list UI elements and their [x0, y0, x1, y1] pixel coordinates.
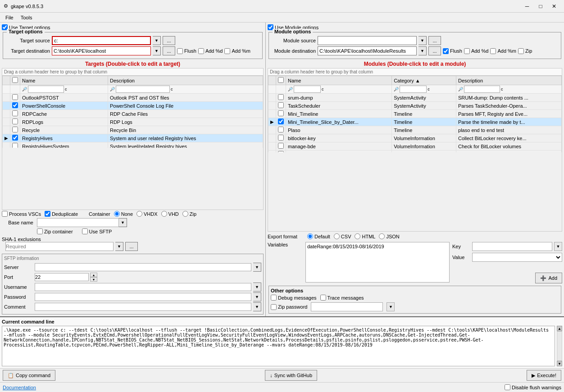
deduplicate-checkbox[interactable] [45, 211, 50, 217]
row-check[interactable] [278, 127, 284, 132]
container-vhdx[interactable]: VHDX [136, 211, 158, 217]
zip-password-input[interactable] [311, 302, 383, 311]
modules-check-all[interactable] [278, 77, 284, 83]
zip-password-dropdown[interactable]: ▼ [387, 302, 395, 311]
module-add-m-label[interactable]: Add %m [490, 48, 516, 54]
username-dropdown[interactable]: ▼ [253, 283, 261, 292]
module-add-d-label[interactable]: Add %d [464, 48, 489, 54]
modules-filter-name[interactable] [294, 86, 321, 93]
add-d-checkbox[interactable] [198, 48, 204, 54]
sha1-browse[interactable]: ... [125, 242, 138, 251]
table-row[interactable]: OutlookPSTOST Outlook PST and OST files [3, 94, 263, 102]
flush-label[interactable]: Flush [177, 48, 196, 54]
module-dest-input[interactable] [318, 46, 417, 55]
server-dropdown[interactable]: ▼ [253, 263, 261, 272]
row-check[interactable] [12, 143, 18, 148]
module-flush-checkbox[interactable] [443, 48, 449, 54]
row-check[interactable] [278, 102, 284, 108]
port-up[interactable]: ▲ [90, 273, 97, 277]
menu-tools[interactable]: Tools [17, 14, 36, 21]
export-default[interactable]: Default [307, 233, 330, 239]
targets-check-all[interactable] [12, 77, 18, 83]
targets-col-check[interactable] [10, 76, 20, 85]
comment-input[interactable] [35, 303, 251, 311]
row-check[interactable] [12, 119, 18, 124]
zip-password-label[interactable]: Zip password [271, 304, 307, 310]
value-select[interactable] [472, 253, 562, 262]
debug-checkbox[interactable] [271, 295, 277, 301]
sha1-input[interactable] [5, 242, 114, 251]
disable-flush-label[interactable]: Disable flush warnings [505, 384, 561, 390]
export-csv[interactable]: CSV [334, 233, 351, 239]
scroll-down[interactable]: ▼ [557, 361, 562, 366]
row-check[interactable] [278, 151, 284, 152]
base-name-dropdown[interactable]: ▼ [119, 218, 127, 227]
use-sftp-label[interactable]: Use SFTP [82, 228, 112, 234]
table-row[interactable]: TaskScheduler SystemActivity Parses Task… [268, 102, 562, 110]
module-dest-dropdown[interactable]: ▼ [418, 46, 427, 55]
target-source-input[interactable] [52, 36, 151, 45]
container-vhd[interactable]: VHD [161, 211, 179, 217]
port-down[interactable]: ▼ [90, 277, 97, 282]
table-row[interactable]: Plaso Timeline plaso end to end test [268, 126, 562, 134]
table-row[interactable]: Recycle Recycle Bin [3, 126, 263, 134]
module-add-m-checkbox[interactable] [490, 48, 496, 54]
table-row[interactable]: RDPCache RDP Cache Files [3, 110, 263, 118]
module-flush-label[interactable]: Flush [443, 48, 462, 54]
targets-col-description[interactable]: Description [108, 76, 263, 85]
module-source-dropdown[interactable]: ▼ [418, 36, 427, 45]
close-button[interactable]: ✕ [548, 2, 560, 11]
flush-checkbox[interactable] [177, 48, 183, 54]
modules-col-description[interactable]: Description [456, 76, 562, 85]
table-row[interactable]: bitlocker-key VolumeInformation Collect … [268, 134, 562, 142]
modules-filter-desc[interactable] [464, 86, 500, 93]
modules-col-name[interactable]: Name [286, 76, 392, 85]
sync-github-button[interactable]: ↓ Sync with GitHub [265, 370, 317, 381]
row-check[interactable] [278, 135, 284, 141]
username-input[interactable] [35, 283, 251, 291]
zip-password-checkbox[interactable] [271, 304, 277, 310]
row-check[interactable] [278, 119, 284, 124]
password-dropdown[interactable]: ▼ [253, 292, 261, 301]
container-none[interactable]: None [114, 211, 133, 217]
minimize-button[interactable]: ─ [521, 2, 533, 11]
add-button[interactable]: ➕ Add [535, 273, 562, 283]
modules-filter-category[interactable] [400, 86, 427, 93]
target-source-dropdown[interactable]: ▼ [153, 36, 161, 45]
targets-table-scroll[interactable]: Name Description 🔎c 🔎c [2, 76, 263, 148]
module-zip-checkbox[interactable] [518, 48, 524, 54]
port-input[interactable] [35, 273, 89, 281]
module-dest-browse[interactable]: ... [428, 46, 441, 55]
execute-button[interactable]: ▶ Execute! [527, 370, 561, 381]
row-check[interactable] [12, 127, 18, 132]
modules-table-scroll[interactable]: Name Category ▲ Description 🔎c 🔎c 🔎c [268, 76, 562, 152]
key-dropdown[interactable]: ▼ [554, 242, 562, 251]
table-row[interactable]: srum-dump SystemActivity SRUM-dump: Dump… [268, 94, 562, 102]
process-vscs-label[interactable]: Process VSCs [2, 211, 41, 217]
zip-container-checkbox[interactable] [37, 228, 43, 234]
documentation-link[interactable]: Documentation [3, 385, 36, 390]
sha1-dropdown[interactable]: ▼ [115, 242, 123, 251]
variables-box[interactable]: dateRange:08/15/2019-08/16/2019 [305, 242, 450, 283]
row-check[interactable] [12, 110, 18, 116]
trace-checkbox[interactable] [320, 295, 326, 301]
targets-col-name[interactable]: Name [20, 76, 108, 85]
container-zip[interactable]: Zip [182, 211, 196, 217]
use-sftp-checkbox[interactable] [82, 228, 88, 234]
target-dest-input[interactable] [52, 46, 151, 55]
table-row[interactable]: RegistryHivesSystem System level/related… [3, 142, 263, 148]
process-vscs-checkbox[interactable] [2, 211, 8, 217]
debug-messages-label[interactable]: Debug messages [271, 295, 317, 301]
table-row[interactable]: PowerShellConsole PowerShell Console Log… [3, 102, 263, 110]
scroll-up[interactable]: ▲ [557, 326, 562, 331]
table-row[interactable]: Apache_Access_Log Webservers LogParser: … [268, 150, 562, 153]
base-name-input[interactable] [37, 218, 119, 227]
add-d-label[interactable]: Add %d [198, 48, 223, 54]
table-row[interactable]: manage-bde VolumeInformation Check for B… [268, 142, 562, 150]
table-row[interactable]: RDPLogs RDP Logs [3, 118, 263, 126]
modules-col-check[interactable] [276, 76, 286, 85]
menu-file[interactable]: File [2, 14, 17, 21]
deduplicate-label[interactable]: Deduplicate [45, 211, 78, 217]
copy-command-button[interactable]: 📋 Copy command [3, 370, 55, 381]
target-source-browse[interactable]: ... [163, 36, 175, 45]
